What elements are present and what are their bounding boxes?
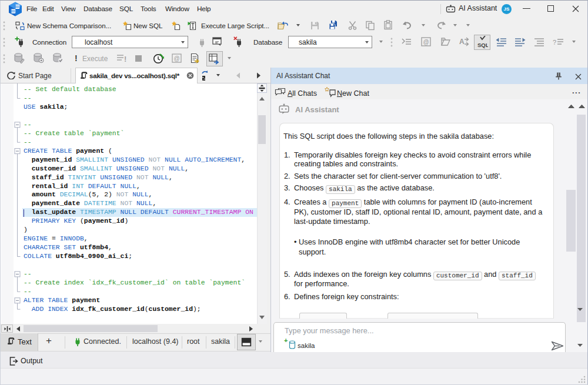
svg-text:@: @ bbox=[173, 55, 179, 62]
svg-text:!: ! bbox=[124, 55, 126, 63]
svg-text:A: A bbox=[459, 38, 465, 46]
svg-text:@: @ bbox=[423, 39, 429, 45]
svg-text:SQL: SQL bbox=[477, 42, 488, 48]
svg-text:?: ? bbox=[553, 39, 556, 46]
